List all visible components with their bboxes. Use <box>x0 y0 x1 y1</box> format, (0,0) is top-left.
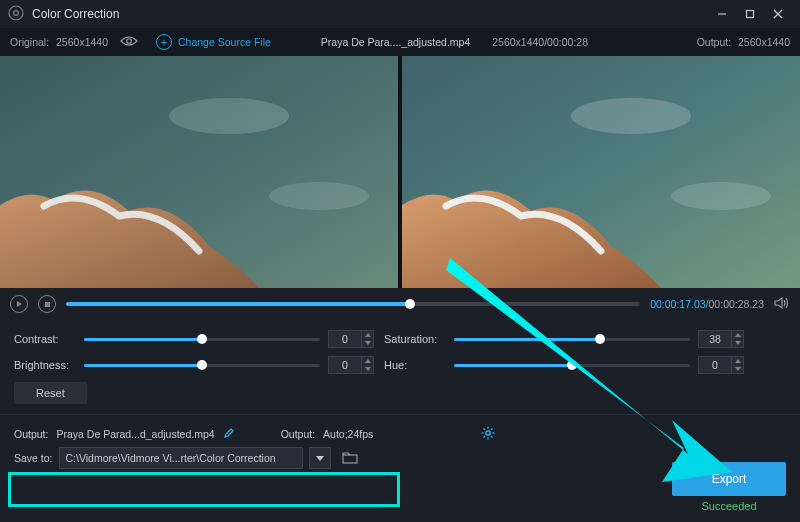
save-path-dropdown[interactable] <box>309 447 331 469</box>
brightness-label: Brightness: <box>14 359 76 371</box>
app-logo-icon <box>8 5 24 23</box>
source-meta: 2560x1440/00:00:28 <box>492 36 588 48</box>
time-current: 00:00:17.03 <box>650 298 705 310</box>
svg-rect-22 <box>343 455 357 463</box>
brightness-value-box[interactable]: 0 <box>328 356 374 374</box>
contrast-value: 0 <box>329 331 361 347</box>
svg-line-20 <box>491 428 492 429</box>
playback-slider[interactable] <box>66 302 640 306</box>
export-button[interactable]: Export <box>672 462 786 496</box>
stop-button[interactable] <box>38 295 56 313</box>
original-label: Original: 2560x1440 <box>10 36 108 48</box>
contrast-label: Contrast: <box>14 333 76 345</box>
output-format-label: Output: <box>281 428 315 440</box>
preview-area <box>0 56 800 288</box>
save-path-field[interactable]: C:\Vidmore\Vidmore Vi...rter\Color Corre… <box>59 447 303 469</box>
time-total: 00:00:28.23 <box>709 298 764 310</box>
original-label-text: Original: <box>10 36 49 48</box>
window-title: Color Correction <box>32 7 708 21</box>
playback-fill <box>66 302 410 306</box>
stepper-down-icon[interactable] <box>732 339 743 347</box>
plus-icon: + <box>156 34 172 50</box>
hue-value-box[interactable]: 0 <box>698 356 744 374</box>
svg-rect-3 <box>747 11 754 18</box>
hue-label: Hue: <box>384 359 446 371</box>
export-button-label: Export <box>712 472 747 486</box>
maximize-button[interactable] <box>736 0 764 28</box>
original-resolution: 2560x1440 <box>56 36 108 48</box>
playback-thumb[interactable] <box>405 299 415 309</box>
hue-value: 0 <box>699 357 731 373</box>
stepper-down-icon[interactable] <box>362 339 373 347</box>
svg-point-9 <box>269 182 369 210</box>
stepper-up-icon[interactable] <box>362 331 373 339</box>
stepper-up-icon[interactable] <box>732 331 743 339</box>
saturation-value: 38 <box>699 331 731 347</box>
brightness-value: 0 <box>329 357 361 373</box>
svg-point-0 <box>9 6 23 20</box>
hue-slider[interactable] <box>454 364 690 367</box>
preview-original <box>0 56 398 288</box>
svg-point-13 <box>486 431 490 435</box>
svg-point-12 <box>671 182 771 210</box>
contrast-slider[interactable] <box>84 338 320 341</box>
stepper-down-icon[interactable] <box>362 365 373 373</box>
output-filename: Praya De Parad...d_adjusted.mp4 <box>56 428 214 440</box>
change-source-button[interactable]: + Change Source File <box>156 34 271 50</box>
saturation-label: Saturation: <box>384 333 446 345</box>
output-format: Auto;24fps <box>323 428 373 440</box>
reset-button[interactable]: Reset <box>14 382 87 404</box>
source-filename: Praya De Para...._adjusted.mp4 <box>321 36 470 48</box>
preview-toggle-icon[interactable] <box>120 35 138 49</box>
close-button[interactable] <box>764 0 792 28</box>
save-path-text: C:\Vidmore\Vidmore Vi...rter\Color Corre… <box>66 452 276 464</box>
edit-filename-icon[interactable] <box>223 427 235 441</box>
svg-point-11 <box>571 98 691 134</box>
stepper-up-icon[interactable] <box>732 357 743 365</box>
output-file-label: Output: <box>14 428 48 440</box>
saturation-slider[interactable] <box>454 338 690 341</box>
svg-point-6 <box>127 39 132 44</box>
brightness-slider[interactable] <box>84 364 320 367</box>
output-res-label: Output: 2560x1440 <box>697 36 790 48</box>
preview-adjusted <box>402 56 800 288</box>
settings-gear-icon[interactable] <box>481 426 495 442</box>
volume-icon[interactable] <box>774 296 790 312</box>
svg-point-1 <box>14 11 19 16</box>
saturation-value-box[interactable]: 38 <box>698 330 744 348</box>
svg-line-18 <box>484 428 485 429</box>
browse-folder-icon[interactable] <box>337 447 363 469</box>
output-label-text: Output: <box>697 36 731 48</box>
stepper-up-icon[interactable] <box>362 357 373 365</box>
svg-line-19 <box>491 436 492 437</box>
minimize-button[interactable] <box>708 0 736 28</box>
svg-line-21 <box>484 436 485 437</box>
play-button[interactable] <box>10 295 28 313</box>
playback-time: 00:00:17.03/00:00:28.23 <box>650 298 764 310</box>
output-resolution: 2560x1440 <box>738 36 790 48</box>
svg-point-8 <box>169 98 289 134</box>
stepper-down-icon[interactable] <box>732 365 743 373</box>
save-to-label: Save to: <box>14 452 53 464</box>
export-status: Succeeded <box>701 500 756 512</box>
change-source-label: Change Source File <box>178 36 271 48</box>
contrast-value-box[interactable]: 0 <box>328 330 374 348</box>
